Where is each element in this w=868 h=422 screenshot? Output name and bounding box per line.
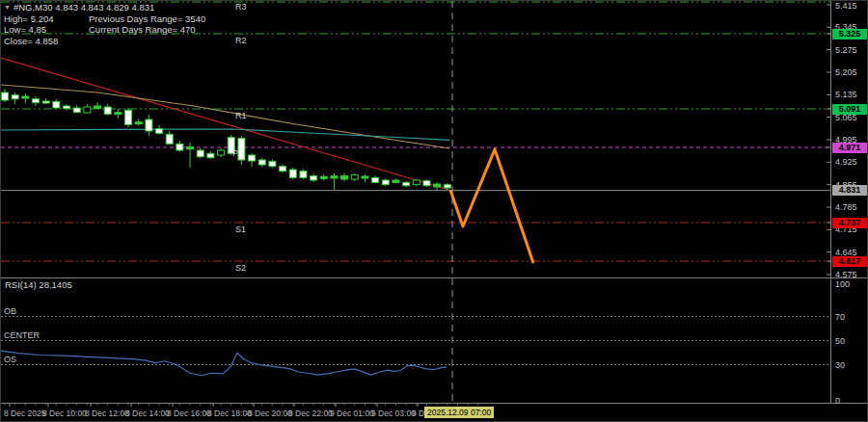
candle-body — [12, 95, 18, 99]
price-scale-label: 4.575 — [835, 270, 857, 279]
symbol-info-panel: ▼#NG,M30 4.843 4.843 4.829 4.831 High= 5… — [4, 2, 205, 46]
price-scale-label: 5.135 — [835, 90, 857, 99]
candle-body — [382, 180, 389, 185]
rsi-indicator-label: RSI(14) 28.1405 — [5, 279, 72, 290]
price-tag-bid: 4.831 — [832, 185, 867, 196]
time-label: 8 Dec 2025 — [4, 409, 45, 418]
time-label: 8 Dec 16:00 — [167, 409, 211, 418]
candle-body — [187, 147, 194, 149]
candle-body — [434, 184, 441, 187]
candle-body — [258, 160, 265, 165]
price-tag-r1: 5.091 — [832, 104, 867, 115]
ma-slow[interactable] — [1, 85, 449, 148]
rsi-level-label-ob: OB — [4, 306, 16, 316]
candle-body — [95, 106, 101, 109]
candle-body — [444, 185, 450, 188]
rsi-scale-label: 100 — [835, 279, 850, 289]
candle-body — [341, 176, 348, 179]
price-tag-s2: 4.617 — [832, 256, 867, 267]
level-label-s1: S1 — [235, 224, 246, 234]
time-label: 8 Dec 22:00 — [288, 409, 333, 418]
rsi-scale-label: 70 — [835, 312, 845, 322]
level-label-r1: R1 — [235, 111, 247, 120]
zigzag-forecast[interactable] — [450, 149, 533, 263]
level-label-r2: R2 — [235, 36, 247, 45]
time-label: 8 Dec 20:00 — [248, 409, 292, 418]
price-scale-label: 5.205 — [835, 67, 857, 77]
time-label: 8 Dec 12:00 — [85, 409, 129, 418]
candle-body — [289, 170, 296, 177]
candle-body — [2, 92, 9, 100]
candle-body — [362, 176, 368, 178]
candle-body — [115, 113, 122, 115]
price-scale-label: 4.925 — [835, 157, 857, 167]
candle-body — [280, 167, 286, 171]
info-prev-range: Previous Days Range= 3540 — [89, 13, 205, 24]
time-label: 9 Dec 01:00 — [330, 409, 374, 418]
candle-body — [207, 153, 214, 157]
price-tag-p: 4.971 — [832, 143, 867, 153]
candle-body — [33, 99, 40, 103]
candle-body — [53, 101, 60, 108]
price-scale-label: 5.275 — [835, 45, 857, 55]
info-low: Low= 4.85 — [4, 24, 89, 36]
candle-body — [166, 134, 173, 144]
candle-body — [73, 108, 80, 113]
price-scale-label: 4.785 — [835, 202, 857, 212]
trendline[interactable] — [1, 58, 452, 191]
level-label-s2: S2 — [235, 263, 246, 273]
candle-body — [176, 144, 183, 150]
candle-body — [351, 175, 358, 179]
time-label: 8 Dec 14:00 — [125, 409, 170, 418]
candle-body — [423, 181, 430, 186]
rsi-scale-label: 50 — [835, 336, 845, 346]
candle-body — [249, 155, 256, 161]
candle-body — [320, 176, 327, 178]
candle-body — [125, 110, 132, 124]
time-label: 9 Dec 03:00 — [371, 409, 416, 418]
candle-body — [238, 139, 245, 160]
info-line-high: High= 5.204Previous Days Range= 3540 — [4, 13, 205, 25]
info-line-close: Close= 4.858 — [4, 36, 205, 47]
candle-body — [156, 129, 163, 134]
candle-body — [64, 106, 70, 109]
price-tag-s1: 4.737 — [832, 218, 867, 228]
chart-canvas[interactable] — [1, 1, 868, 422]
candle-body — [300, 171, 307, 178]
mt4-chart-window: ▼#NG,M30 4.843 4.843 4.829 4.831 High= 5… — [0, 0, 868, 422]
candle-body — [393, 180, 399, 182]
candle-body — [146, 119, 152, 131]
rsi-level-label-os: OS — [4, 355, 16, 364]
candle-body — [197, 150, 203, 157]
time-label: 8 Dec 10:00 — [42, 409, 87, 418]
rsi-level-label-center: CENTER — [4, 330, 40, 340]
candle-body — [84, 107, 91, 113]
info-line-low: Low= 4.85Current Days Range= 470 — [4, 24, 205, 36]
candle-body — [218, 150, 225, 155]
symbol-line: ▼#NG,M30 4.843 4.843 4.829 4.831 — [4, 2, 205, 13]
symbol-ohlc-text: #NG,M30 4.843 4.843 4.829 4.831 — [14, 2, 154, 13]
level-label-p: P — [232, 148, 238, 158]
candle-body — [372, 177, 379, 182]
rsi-line — [1, 351, 447, 376]
candle-body — [413, 180, 420, 185]
candle-body — [403, 182, 410, 185]
info-close: Close= 4.858 — [4, 36, 58, 46]
collapse-arrow-icon[interactable]: ▼ — [4, 4, 11, 11]
candle-body — [22, 96, 29, 98]
candle-body — [269, 162, 276, 167]
candle-body — [42, 101, 49, 103]
info-curr-range: Current Days Range= 470 — [89, 24, 196, 35]
candle-body — [135, 122, 142, 124]
time-label: 8 Dec 18:00 — [207, 409, 252, 418]
rsi-scale-label: 0 — [835, 396, 840, 406]
candle-body — [331, 176, 338, 178]
price-scale-label: 5.415 — [835, 1, 857, 11]
price-tag-r2: 5.325 — [832, 29, 867, 40]
candle-body — [104, 107, 111, 114]
candle-body — [311, 176, 317, 180]
level-label-r3: R3 — [235, 2, 247, 12]
rsi-scale-label: 30 — [835, 360, 845, 370]
info-high: High= 5.204 — [4, 13, 89, 25]
time-highlight-tag: 2025.12.09 07:00 — [424, 407, 494, 418]
